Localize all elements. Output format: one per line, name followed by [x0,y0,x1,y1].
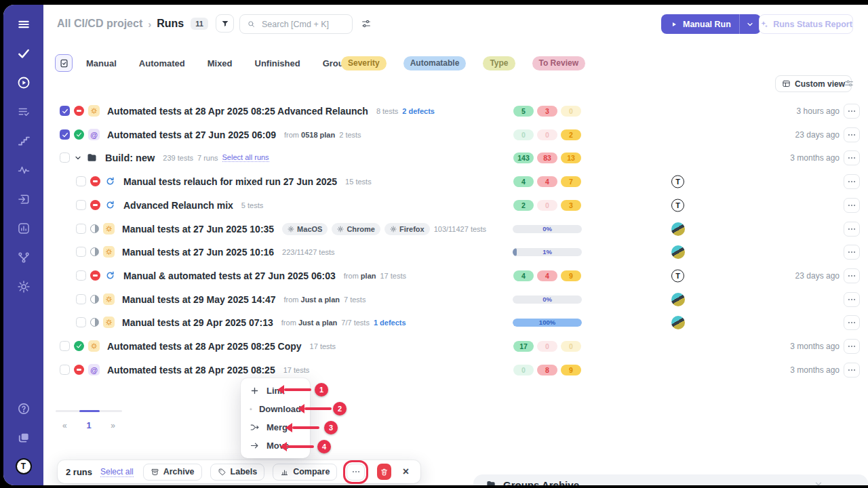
menu-item-link[interactable]: Link [241,382,310,400]
gear-icon [337,226,344,232]
menu-item-move[interactable]: Move [241,436,310,455]
run-title[interactable]: Automated tests at 27 Jun 2025 06:09 [107,129,276,140]
archive-icon [151,468,159,476]
run-row: Automated tests at 28 Apr 2025 08:25 Cop… [43,334,868,358]
runtype-target-icon: @ [88,364,100,375]
platform-badge: Firefox [384,223,430,235]
status-progress-icon [90,224,99,233]
run-row: Manual tests at 27 Jun 2025 10:35MacOSCh… [43,217,868,241]
run-title[interactable]: Manual tests at 29 Apr 2025 07:13 [122,317,273,328]
chevron-down-icon[interactable] [74,154,82,162]
row-actions-button[interactable] [844,339,860,354]
row-actions-button[interactable] [844,268,860,283]
other-count-pill: 0 [561,106,581,117]
row-checkbox[interactable] [60,129,70,140]
row-checkbox[interactable] [76,247,86,257]
passed-count-pill: 0 [513,129,534,140]
row-actions-button[interactable] [844,198,860,213]
horizontal-scrollbar[interactable] [56,410,122,412]
row-actions-button[interactable] [844,363,860,378]
row-checkbox[interactable] [76,200,86,210]
platform-badge: Chrome [332,223,380,235]
screen-frame-top [0,0,868,5]
row-actions-button[interactable] [844,292,860,307]
run-title[interactable]: Manual tests at 29 May 2025 14:47 [122,294,275,305]
row-actions-button[interactable] [844,315,860,330]
more-actions-button[interactable] [347,464,364,481]
runtype-flaky-icon [103,223,115,235]
result-pills: 449 [513,264,581,287]
compare-icon [280,468,289,476]
download-icon [250,404,252,414]
close-bar-button[interactable]: × [399,464,412,479]
compare-button[interactable]: Compare [273,464,337,481]
select-all-link[interactable]: Select all [100,467,134,477]
run-row: Advanced Relaunch mix5 tests203T [43,193,868,217]
row-actions-button[interactable] [844,245,860,260]
row-checkbox[interactable] [60,106,70,116]
run-title[interactable]: Automated tests at 28 Apr 2025 08:25 [107,365,275,375]
page-current[interactable]: 1 [86,420,91,430]
platform-badge: MacOS [282,223,328,235]
run-title[interactable]: Manual tests relauch for mixed run 27 Ju… [123,176,337,187]
failed-count-pill: 4 [537,176,557,187]
delete-button[interactable] [377,464,391,480]
run-title[interactable]: Build: new [105,152,155,163]
screen-frame-left [0,0,3,488]
passed-count-pill: 143 [513,152,534,163]
row-checkbox[interactable] [60,152,70,163]
menu-item-label: Move [267,441,289,451]
passed-count-pill: 0 [513,365,534,375]
run-row: Automated tests at 28 Apr 2025 08:25 Adv… [43,99,868,123]
row-checkbox[interactable] [76,176,86,186]
run-title[interactable]: Manual & automated tests at 27 Jun 2025 … [123,270,336,281]
passed-count-pill: 2 [513,200,534,211]
status-progress-icon [90,295,99,304]
run-title[interactable]: Manual tests at 27 Jun 2025 10:35 [122,224,274,235]
runtype-flaky-icon [88,105,100,117]
tag-icon [218,468,226,476]
labels-button[interactable]: Labels [210,464,265,481]
run-meta: 7 runs [197,154,218,162]
progress-label: 100% [513,319,582,327]
row-checkbox[interactable] [76,270,86,281]
row-checkbox[interactable] [60,365,70,375]
row-checkbox[interactable] [76,294,86,304]
status-stopped-icon [74,365,84,375]
run-meta: 239 tests [163,154,193,162]
run-row: Manual tests relauch for mixed run 27 Ju… [43,169,868,193]
archive-button[interactable]: Archive [143,464,202,481]
run-meta: 8 tests [376,107,398,115]
row-checkbox[interactable] [60,341,70,351]
progress-bar: 0% [513,225,582,233]
row-actions-button[interactable] [844,150,860,165]
page-next[interactable]: » [111,421,115,430]
row-actions-button[interactable] [844,104,860,119]
run-meta: 17 tests [283,366,310,374]
menu-item-merge[interactable]: Merge [241,418,310,436]
status-stopped-icon [74,106,84,116]
run-title[interactable]: Automated tests at 28 Apr 2025 08:25 Cop… [107,341,302,352]
failed-count-pill: 0 [537,129,557,140]
page-prev[interactable]: « [62,421,67,430]
defects-link[interactable]: 2 defects [402,107,435,115]
row-checkbox[interactable] [76,224,86,234]
run-title[interactable]: Advanced Relaunch mix [123,200,233,211]
time-ago: 3 months ago [790,342,840,351]
row-actions-button[interactable] [844,127,860,142]
actions-context-menu: LinkDownloadMergeMove [241,378,310,458]
row-actions-button[interactable] [844,174,860,189]
scrollbar-thumb[interactable] [79,410,100,412]
other-count-pill: 3 [561,200,581,211]
run-title[interactable]: Manual tests at 27 Jun 2025 10:16 [122,247,274,258]
time-ago: 23 days ago [795,271,840,281]
row-actions-button[interactable] [844,222,860,237]
passed-count-pill: 4 [513,176,534,187]
run-title[interactable]: Automated tests at 28 Apr 2025 08:25 Adv… [107,106,368,117]
defects-link[interactable]: 1 defects [374,319,406,327]
row-checkbox[interactable] [76,317,86,327]
assignee-avatar [671,245,685,259]
passed-count-pill: 17 [513,341,534,352]
menu-item-download[interactable]: Download [241,400,310,418]
select-all-runs-link[interactable]: Select all runs [222,153,269,162]
